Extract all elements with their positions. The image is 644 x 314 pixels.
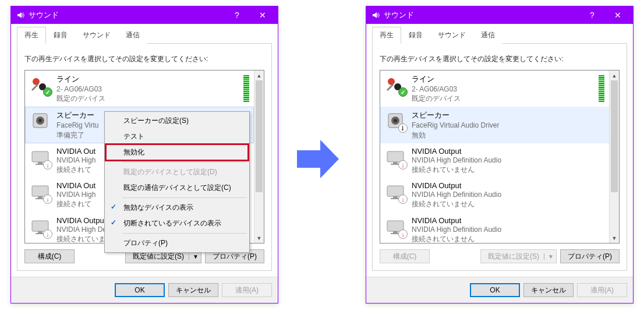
unplugged-badge-icon: [398, 160, 408, 170]
arrow-right-icon: [297, 140, 339, 178]
device-icon: [385, 216, 406, 237]
device-name: ライン: [56, 74, 243, 84]
sound-icon: [371, 10, 380, 20]
device-status: 接続されていません: [412, 199, 604, 209]
tab-recording[interactable]: 録音: [401, 27, 430, 44]
device-subtitle: NVIDIA High Definition Audio: [412, 190, 604, 199]
scrollbar-thumb[interactable]: [256, 80, 263, 192]
device-subtitle: FaceRig Virtual Audio Driver: [412, 121, 604, 130]
menu-item[interactable]: 切断されているデバイスの表示✓: [106, 216, 248, 231]
device-item[interactable]: NVIDIA OutputNVIDIA High Definition Audi…: [380, 178, 609, 212]
help-button[interactable]: ?: [224, 7, 250, 23]
device-item[interactable]: ライン2- AG06/AG03既定のデバイス: [25, 70, 254, 107]
menu-separator: [122, 233, 247, 234]
menu-item[interactable]: プロパティ(P): [106, 235, 248, 251]
device-name: ライン: [412, 74, 599, 84]
svg-point-17: [388, 78, 395, 85]
tab-sounds[interactable]: サウンド: [75, 27, 118, 44]
scroll-down-icon[interactable]: ▼: [610, 233, 619, 243]
instruction-text: 下の再生デバイスを選択してその設定を変更してください:: [24, 54, 264, 64]
device-name: NVIDIA Output: [412, 216, 604, 225]
scrollbar-thumb[interactable]: [611, 80, 618, 192]
device-status: 接続されていません: [412, 165, 604, 174]
svg-rect-26: [393, 196, 398, 198]
device-name: NVIDIA Output: [412, 147, 604, 156]
scrollbar[interactable]: ▲ ▼: [254, 70, 264, 243]
configure-button[interactable]: 構成(C): [24, 249, 75, 263]
cancel-button[interactable]: キャンセル: [523, 283, 574, 297]
apply-button: 適用(A): [577, 283, 627, 297]
menu-item[interactable]: テスト: [106, 129, 248, 144]
tab-recording[interactable]: 録音: [46, 27, 75, 44]
device-icon: [385, 147, 406, 168]
scroll-up-icon[interactable]: ▲: [254, 70, 264, 80]
context-menu[interactable]: スピーカーの設定(S)テスト無効化既定のデバイスとして設定(D)既定の通信デバイ…: [104, 111, 250, 253]
configure-button: 構成(C): [380, 249, 430, 263]
tab-strip: 再生 録音 サウンド 通信: [17, 26, 272, 44]
unplugged-badge-icon: [43, 195, 52, 204]
menu-item[interactable]: 無効化: [106, 144, 248, 160]
scroll-up-icon[interactable]: ▲: [610, 70, 619, 80]
device-icon: [30, 110, 51, 131]
svg-point-0: [33, 78, 40, 85]
menu-item[interactable]: 無効なデバイスの表示✓: [106, 200, 248, 216]
help-button[interactable]: ?: [579, 7, 605, 23]
instruction-text: 下の再生デバイスを選択してその設定を変更してください:: [380, 54, 620, 64]
device-icon: [30, 74, 51, 95]
check-icon: ✓: [111, 203, 116, 211]
tab-playback[interactable]: 再生: [17, 27, 46, 44]
titlebar[interactable]: サウンド ? ✕: [11, 6, 278, 24]
properties-button[interactable]: プロパティ(P): [560, 249, 620, 263]
sound-icon: [16, 10, 25, 20]
device-status: 既定のデバイス: [412, 94, 599, 103]
device-name: スピーカー: [412, 110, 604, 121]
unplugged-badge-icon: [398, 195, 408, 204]
vu-meter: [599, 74, 604, 103]
titlebar[interactable]: サウンド ? ✕: [366, 6, 633, 24]
close-button[interactable]: ✕: [250, 7, 275, 23]
device-status: 既定のデバイス: [56, 94, 243, 103]
menu-item[interactable]: スピーカーの設定(S): [106, 113, 248, 129]
unplugged-badge-icon: [43, 160, 52, 170]
svg-rect-23: [393, 162, 398, 164]
disabled-badge-icon: [398, 124, 408, 133]
device-item[interactable]: NVIDIA OutputNVIDIA High Definition Audi…: [380, 143, 609, 178]
ok-button[interactable]: OK: [470, 283, 520, 297]
device-item[interactable]: ライン2- AG06/AG03既定のデバイス: [380, 70, 609, 107]
svg-rect-6: [38, 162, 43, 164]
apply-button: 適用(A): [222, 283, 272, 297]
menu-separator: [122, 197, 247, 198]
cancel-button[interactable]: キャンセル: [168, 283, 218, 297]
check-badge-icon: [398, 87, 408, 97]
tab-communications[interactable]: 通信: [118, 27, 147, 44]
menu-separator: [122, 162, 247, 163]
menu-item[interactable]: 既定の通信デバイスとして設定(C): [106, 180, 248, 196]
sound-dialog-after: サウンド ? ✕ 再生 録音 サウンド 通信 下の再生デバイスを選択してその設定…: [366, 6, 634, 304]
svg-point-4: [38, 119, 42, 122]
device-status: 接続されていません: [412, 234, 604, 243]
set-default-button: 既定値に設定(S)▼: [480, 249, 557, 263]
device-subtitle: 2- AG06/AG03: [412, 84, 599, 94]
svg-rect-9: [38, 196, 43, 198]
tab-playback[interactable]: 再生: [372, 27, 401, 44]
device-icon: [30, 147, 51, 168]
scroll-down-icon[interactable]: ▼: [254, 233, 264, 243]
tab-communications[interactable]: 通信: [473, 27, 503, 44]
device-icon: [30, 216, 51, 237]
device-item[interactable]: スピーカーFaceRig Virtual Audio Driver無効: [380, 107, 609, 143]
scrollbar[interactable]: ▲ ▼: [609, 70, 619, 243]
vu-meter: [243, 74, 249, 103]
device-icon: [385, 181, 406, 202]
svg-rect-12: [38, 231, 43, 233]
device-list[interactable]: ライン2- AG06/AG03既定のデバイススピーカーFaceRig Virtu…: [380, 70, 620, 244]
close-button[interactable]: ✕: [605, 7, 631, 23]
tab-sounds[interactable]: サウンド: [430, 27, 473, 44]
device-status: 無効: [412, 130, 604, 140]
device-item[interactable]: NVIDIA OutputNVIDIA High Definition Audi…: [380, 213, 609, 244]
ok-button[interactable]: OK: [115, 283, 165, 297]
device-name: NVIDIA Output: [412, 181, 604, 190]
device-icon: [30, 181, 51, 202]
device-subtitle: 2- AG06/AG03: [56, 84, 243, 94]
unplugged-badge-icon: [398, 230, 408, 239]
device-subtitle: NVIDIA High Definition Audio: [412, 156, 604, 165]
